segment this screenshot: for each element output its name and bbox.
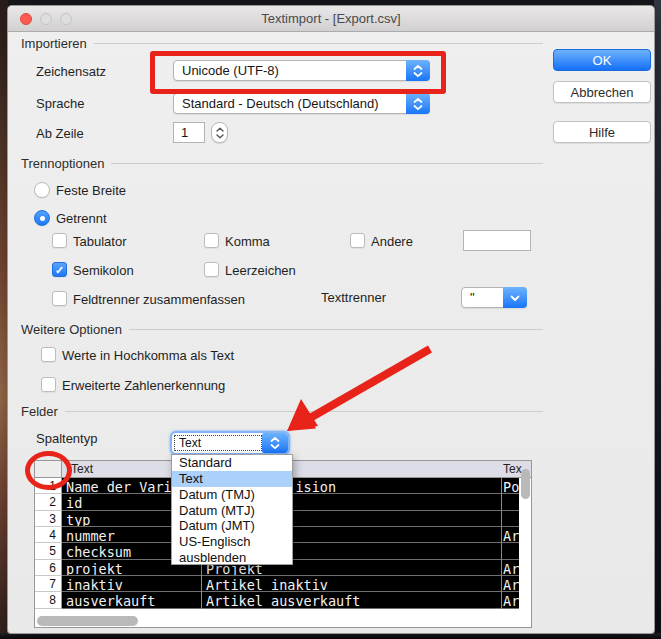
row-number-cell[interactable]: 7 (35, 576, 62, 592)
section-separator: Trennoptionen (21, 156, 543, 171)
comma-label: Komma (225, 234, 270, 249)
cell-text: Art (503, 528, 519, 543)
dropdown-option[interactable]: ausblenden (172, 550, 292, 566)
row-data: ausverkauftArtikel ausverkauftArt (62, 592, 519, 608)
section-import: Importieren (21, 36, 543, 51)
table-row[interactable]: 7inaktivArtikel inaktivArt (35, 576, 531, 592)
row-number-cell[interactable]: 2 (35, 494, 62, 510)
cell-text: Artikel inaktiv (206, 577, 328, 592)
window-title: Textimport - [Export.csv] (8, 6, 654, 32)
cell-text: Art (503, 593, 519, 608)
column3-header[interactable]: Tex (503, 462, 522, 476)
dropdown-option[interactable]: Datum (JMT) (172, 518, 292, 534)
merge-delimiters-label: Feldtrenner zusammenfassen (73, 292, 245, 307)
updown-chevron-icon[interactable] (262, 433, 288, 453)
row-number-cell[interactable]: 8 (35, 592, 62, 608)
text-delimiter-select[interactable]: " (461, 287, 527, 308)
fixed-width-label: Feste Breite (56, 183, 126, 198)
dropdown-option[interactable]: US-Englisch (172, 534, 292, 550)
horizontal-scrollbar-thumb[interactable] (37, 616, 138, 626)
from-row-label: Ab Zeile (36, 126, 84, 141)
row-number-cell[interactable]: 3 (35, 511, 62, 527)
desktop-background-right (654, 0, 661, 639)
row-data: inaktivArtikel inaktivArt (62, 576, 519, 592)
updown-chevron-icon (215, 126, 225, 140)
cell-text: typ (66, 512, 90, 527)
tab-checkbox[interactable] (52, 233, 67, 248)
cell-text: Pos (503, 479, 519, 494)
title-bar[interactable]: Textimport - [Export.csv] (8, 6, 654, 32)
row-number-cell[interactable]: 6 (35, 560, 62, 576)
language-value: Standard - Deutsch (Deutschland) (182, 96, 379, 111)
vertical-scrollbar-thumb[interactable] (521, 469, 530, 499)
section-fields: Felder (21, 404, 543, 419)
cell-text: Artikel ausverkauft (206, 593, 360, 608)
cell-text: nummer (66, 528, 115, 543)
annotation-circle-corner-cell (25, 451, 72, 490)
semicolon-label: Semikolon (73, 263, 134, 278)
section-import-title: Importieren (21, 36, 87, 51)
column-type-select[interactable]: Text (170, 431, 290, 455)
cell-text: ausverkauft (66, 593, 155, 608)
from-row-stepper[interactable] (211, 122, 228, 143)
cell-text: Art (503, 561, 519, 576)
dropdown-option[interactable]: Datum (MTJ) (172, 503, 292, 519)
chevron-down-icon[interactable] (503, 287, 527, 308)
column1-header[interactable]: Text (71, 462, 93, 476)
space-checkbox[interactable] (204, 262, 219, 277)
cell-text: Name der Varia (66, 479, 180, 494)
language-label: Sprache (36, 96, 84, 111)
text-delimiter-value: " (470, 290, 475, 305)
from-row-input[interactable]: 1 (173, 122, 205, 143)
cancel-button[interactable]: Abbrechen (553, 81, 651, 103)
text-delimiter-label: Texttrenner (321, 290, 386, 305)
group-divider (111, 163, 543, 164)
dropdown-option[interactable]: Standard (172, 455, 292, 471)
space-label: Leerzeichen (225, 263, 296, 278)
row-number-cell[interactable]: 4 (35, 527, 62, 543)
section-fields-title: Felder (21, 404, 58, 419)
merge-delimiters-checkbox[interactable] (52, 291, 67, 306)
dropdown-option[interactable]: Datum (TMJ) (172, 487, 292, 503)
column-type-value: Text (174, 435, 262, 451)
separated-label: Getrennt (56, 211, 107, 226)
cell-text: projekt (66, 561, 123, 576)
textimport-dialog: Textimport - [Export.csv] Importieren Ze… (7, 5, 655, 634)
charset-label: Zeichensatz (36, 64, 106, 79)
help-button[interactable]: Hilfe (553, 121, 651, 143)
section-other-options-title: Weitere Optionen (21, 322, 122, 337)
quoted-field-as-text-checkbox[interactable] (41, 347, 56, 362)
other-label: Andere (371, 234, 413, 249)
comma-checkbox[interactable] (204, 233, 219, 248)
tab-label: Tabulator (73, 234, 126, 249)
group-divider (65, 411, 543, 412)
updown-chevron-icon[interactable] (406, 93, 430, 114)
section-other-options: Weitere Optionen (21, 322, 543, 337)
dropdown-option[interactable]: Text (172, 471, 292, 487)
cell-text: checksum (66, 544, 131, 559)
other-separator-input[interactable] (463, 230, 531, 251)
cell-text: inaktiv (66, 577, 123, 592)
detect-special-numbers-checkbox[interactable] (41, 377, 56, 392)
column-type-label: Spaltentyp (36, 431, 97, 446)
table-row[interactable]: 8ausverkauftArtikel ausverkauftArt (35, 592, 531, 608)
column-type-dropdown-list: StandardTextDatum (TMJ)Datum (MTJ)Datum … (171, 454, 293, 565)
cell-text: id (66, 495, 82, 510)
row-number-cell[interactable]: 5 (35, 543, 62, 559)
detect-special-numbers-label: Erweiterte Zahlenerkennung (62, 378, 225, 393)
separated-radio[interactable] (34, 210, 50, 226)
annotation-rectangle-charset (150, 51, 446, 94)
group-divider (129, 329, 543, 330)
section-separator-title: Trennoptionen (21, 156, 104, 171)
language-select[interactable]: Standard - Deutsch (Deutschland) (173, 93, 430, 114)
group-divider (94, 43, 543, 44)
ok-button[interactable]: OK (553, 49, 651, 71)
quoted-field-as-text-label: Werte in Hochkomma als Text (62, 348, 234, 363)
column-separator (501, 478, 502, 609)
other-checkbox[interactable] (350, 233, 365, 248)
semicolon-checkbox[interactable]: ✓ (52, 262, 67, 277)
cell-text: Art (503, 577, 519, 592)
fixed-width-radio[interactable] (34, 182, 50, 198)
